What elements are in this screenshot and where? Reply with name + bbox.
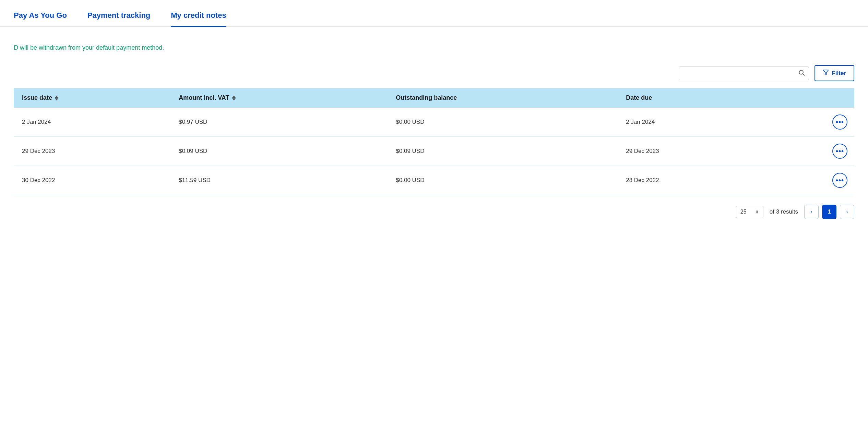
table-row: 30 Dec 2022$11.59 USD$0.00 USD28 Dec 202… <box>14 166 854 195</box>
cell-issue_date: 2 Jan 2024 <box>14 108 170 137</box>
col-date-due: Date due <box>618 88 765 108</box>
prev-page-button[interactable]: ‹ <box>804 205 819 219</box>
table-row: 29 Dec 2023$0.09 USD$0.09 USD29 Dec 2023… <box>14 137 854 166</box>
toolbar: Filter <box>0 62 868 88</box>
sort-icon-issue-date[interactable] <box>55 96 58 100</box>
cell-amount_vat: $11.59 USD <box>170 166 388 195</box>
search-input[interactable] <box>679 67 809 80</box>
cell-outstanding_balance: $0.09 USD <box>388 137 618 166</box>
cell-actions: ••• <box>765 137 854 166</box>
tab-my-credit-notes[interactable]: My credit notes <box>171 11 226 27</box>
page-size-select[interactable]: 25 ⬍ <box>736 206 763 218</box>
cell-issue_date: 29 Dec 2023 <box>14 137 170 166</box>
next-page-button[interactable]: › <box>840 205 854 219</box>
filter-label: Filter <box>832 70 846 77</box>
cell-date_due: 29 Dec 2023 <box>618 137 765 166</box>
pagination: 25 ⬍ of 3 results ‹ 1 › <box>0 195 868 229</box>
cell-amount_vat: $0.97 USD <box>170 108 388 137</box>
info-message: D will be withdrawn from your default pa… <box>0 27 868 62</box>
table-container: Issue date Amount incl. VAT <box>0 88 868 195</box>
cell-date_due: 28 Dec 2022 <box>618 166 765 195</box>
cell-outstanding_balance: $0.00 USD <box>388 166 618 195</box>
tab-pay-as-you-go[interactable]: Pay As You Go <box>14 11 67 27</box>
sort-icon-amount-vat[interactable] <box>232 96 236 100</box>
navigation-tabs: Pay As You Go Payment tracking My credit… <box>0 0 868 27</box>
chevron-right-icon: › <box>846 209 848 215</box>
more-options-button-row-0[interactable]: ••• <box>832 114 847 130</box>
col-issue-date: Issue date <box>14 88 170 108</box>
filter-icon <box>823 69 829 77</box>
svg-marker-2 <box>823 70 829 75</box>
table-body: 2 Jan 2024$0.97 USD$0.00 USD2 Jan 2024••… <box>14 108 854 195</box>
cell-actions: ••• <box>765 108 854 137</box>
col-outstanding-balance: Outstanding balance <box>388 88 618 108</box>
col-actions <box>765 88 854 108</box>
cell-actions: ••• <box>765 166 854 195</box>
chevron-left-icon: ‹ <box>810 209 812 215</box>
invoices-table: Issue date Amount incl. VAT <box>14 88 854 195</box>
page-1-button[interactable]: 1 <box>822 205 836 219</box>
cell-amount_vat: $0.09 USD <box>170 137 388 166</box>
tab-payment-tracking[interactable]: Payment tracking <box>87 11 150 27</box>
results-text: of 3 results <box>770 208 798 215</box>
cell-outstanding_balance: $0.00 USD <box>388 108 618 137</box>
filter-button[interactable]: Filter <box>815 65 854 81</box>
search-box <box>679 67 809 80</box>
more-options-button-row-2[interactable]: ••• <box>832 173 847 188</box>
table-header-row: Issue date Amount incl. VAT <box>14 88 854 108</box>
more-options-button-row-1[interactable]: ••• <box>832 144 847 159</box>
cell-issue_date: 30 Dec 2022 <box>14 166 170 195</box>
page-size-updown-icon: ⬍ <box>755 209 759 215</box>
table-row: 2 Jan 2024$0.97 USD$0.00 USD2 Jan 2024••… <box>14 108 854 137</box>
col-amount-vat: Amount incl. VAT <box>170 88 388 108</box>
cell-date_due: 2 Jan 2024 <box>618 108 765 137</box>
page-size-value: 25 <box>740 209 747 215</box>
